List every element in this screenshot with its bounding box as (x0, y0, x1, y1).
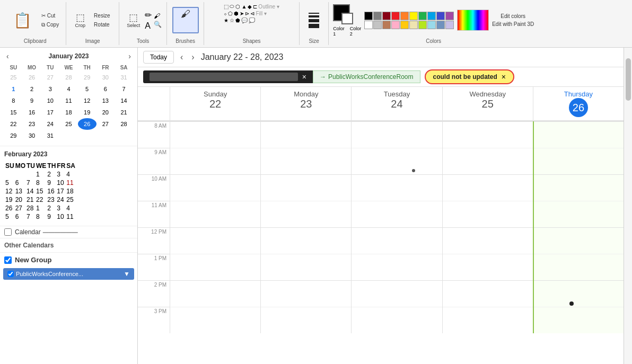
calendar-day[interactable]: 11 (59, 95, 78, 106)
calendar-day[interactable]: 18 (59, 106, 78, 118)
color-swatch[interactable] (418, 12, 427, 20)
calendar-day[interactable]: 30 (23, 130, 41, 141)
calendar-day[interactable]: 7 (27, 213, 35, 220)
calendar-day[interactable]: 19 (5, 196, 14, 203)
color-swatch[interactable] (409, 21, 418, 29)
color-swatch[interactable] (418, 21, 427, 29)
color-swatch[interactable] (364, 21, 373, 29)
hour-cell[interactable] (261, 174, 351, 201)
calendar-day[interactable] (96, 130, 115, 141)
hour-cell[interactable] (443, 307, 533, 333)
color-swatch[interactable] (391, 21, 400, 29)
calendar-day[interactable] (15, 171, 25, 178)
calendar-day[interactable]: 3 (57, 205, 65, 212)
calendar-day[interactable]: 1 (36, 205, 46, 212)
hour-cell[interactable] (352, 227, 442, 254)
calendar-day[interactable]: 3 (57, 171, 65, 178)
hour-cell[interactable] (261, 280, 351, 307)
calendar-day[interactable]: 25 (4, 72, 23, 83)
resize-button[interactable]: Resize (91, 12, 113, 20)
calendar-day[interactable]: 6 (96, 83, 115, 95)
calendar-day[interactable]: 14 (27, 188, 35, 195)
cut-button[interactable]: ✂ Cut (39, 12, 62, 20)
calendar-day[interactable]: 12 (5, 188, 14, 195)
calendar-day[interactable]: 28 (59, 72, 78, 83)
calendar-day[interactable]: 31 (41, 130, 59, 141)
paste-button[interactable]: 📋 (8, 8, 37, 32)
hour-cell[interactable] (170, 174, 260, 201)
calendar-day[interactable]: 9 (47, 213, 56, 220)
calendar-day[interactable]: 21 (27, 196, 35, 203)
calendar-day[interactable]: 2 (47, 171, 56, 178)
color-swatch[interactable] (400, 12, 409, 20)
color-swatch[interactable] (436, 12, 445, 20)
calendar-day[interactable]: 30 (96, 72, 115, 83)
rotate-button[interactable]: Rotate (91, 21, 113, 29)
calendar-day[interactable]: 29 (78, 72, 96, 83)
calendar-day[interactable]: 19 (78, 106, 96, 118)
calendar-day[interactable]: 20 (96, 106, 115, 118)
calendar-day[interactable]: 1 (4, 83, 23, 95)
calendar-day[interactable] (27, 171, 35, 178)
calendar-day[interactable]: 21 (115, 106, 133, 118)
calendar-day[interactable]: 4 (66, 171, 75, 178)
color-swatch[interactable] (373, 21, 382, 29)
calendar-day[interactable]: 16 (23, 106, 41, 118)
calendar-day[interactable] (59, 130, 78, 141)
calendar-day[interactable]: 29 (4, 130, 23, 141)
calendar-day[interactable]: 14 (115, 95, 133, 106)
calendar-day[interactable]: 11 (66, 213, 75, 220)
calendar-day[interactable]: 17 (57, 188, 65, 195)
calendar-day[interactable]: 22 (4, 118, 23, 130)
hour-cell[interactable] (534, 201, 624, 227)
color-swatch[interactable] (409, 12, 418, 20)
hour-cell[interactable] (443, 148, 533, 174)
calendar-day[interactable]: 15 (36, 188, 46, 195)
calendar-day[interactable]: 10 (57, 179, 65, 187)
hour-cell[interactable] (443, 201, 533, 227)
calendar-day[interactable]: 6 (15, 179, 25, 187)
day-col-tuesday[interactable] (351, 121, 442, 333)
calendar-day[interactable]: 4 (59, 83, 78, 95)
calendar-day[interactable] (5, 171, 14, 178)
calendar-day[interactable] (115, 130, 133, 141)
color-spectrum[interactable] (457, 10, 489, 31)
calendar-day[interactable]: 11 (66, 179, 75, 187)
hour-cell[interactable] (534, 148, 624, 174)
calendar-day[interactable]: 28 (27, 205, 35, 212)
hour-cell[interactable] (261, 227, 351, 254)
hour-cell[interactable] (352, 280, 442, 307)
color-swatch[interactable] (400, 21, 409, 29)
hour-cell[interactable] (352, 148, 442, 174)
hour-cell[interactable] (170, 307, 260, 333)
day-col-wednesday[interactable] (442, 121, 533, 333)
calendar-day[interactable]: 15 (4, 106, 23, 118)
calendar-day[interactable]: 12 (78, 95, 96, 106)
color-swatch[interactable] (364, 12, 373, 20)
today-button[interactable]: Today (143, 51, 174, 64)
calendar-day[interactable]: 4 (66, 205, 75, 212)
public-works-room-button[interactable]: → PublicWorksConferenceRoom (313, 70, 420, 83)
calendar-day[interactable]: 27 (41, 72, 59, 83)
calendar-checkbox[interactable] (4, 228, 12, 236)
calendar-day[interactable]: 24 (57, 196, 65, 203)
hour-cell[interactable] (443, 174, 533, 201)
public-works-checkbox[interactable] (7, 271, 14, 277)
hour-cell[interactable] (443, 280, 533, 307)
color2-swatch[interactable] (341, 13, 353, 24)
calendar-day[interactable] (78, 130, 96, 141)
calendar-day[interactable]: 22 (36, 196, 46, 203)
scrollbar-thumb[interactable] (626, 58, 631, 101)
hour-cell[interactable] (534, 254, 624, 280)
calendar-day[interactable]: 31 (115, 72, 133, 83)
calendar-day[interactable]: 7 (115, 83, 133, 95)
next-week-button[interactable]: › (189, 51, 196, 63)
hour-cell[interactable] (170, 254, 260, 280)
edit-paint3d-button[interactable]: Edit with Paint 3D (492, 21, 534, 27)
hour-cell[interactable] (170, 121, 260, 148)
hour-cell[interactable] (170, 280, 260, 307)
calendar-day[interactable]: 25 (59, 118, 78, 130)
calendar-day[interactable]: 5 (5, 213, 14, 220)
calendar-day[interactable]: 16 (47, 188, 56, 195)
black-notif-close-button[interactable]: × (302, 73, 306, 81)
